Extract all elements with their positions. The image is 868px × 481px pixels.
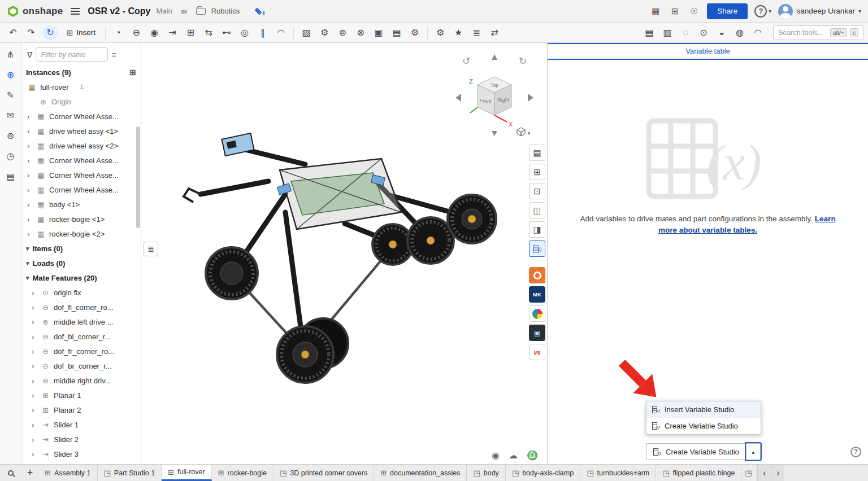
section-panel-icon[interactable]: ◫ <box>529 202 545 218</box>
mate-row[interactable]: › ⇥ Slider 2 <box>21 432 141 447</box>
instance-row[interactable]: › ▦ drive wheel assy <2> <box>21 138 141 153</box>
scrollbar-thumb[interactable] <box>136 126 140 228</box>
app-icon-mk[interactable]: MK <box>529 286 545 303</box>
menu-item-insert-variable-studio[interactable]: x) Insert Variable Studio <box>646 401 761 418</box>
instance-row[interactable]: › ▦ Corner Wheel Asse... <box>21 109 141 124</box>
filter-icon[interactable]: ∇ <box>27 50 32 59</box>
tab-flipped-plastic-hinge[interactable]: ◳ flipped plastic hinge <box>656 465 741 481</box>
integrations-icon[interactable]: ⊚ <box>3 128 19 143</box>
learning-center-icon[interactable] <box>254 7 264 15</box>
undo-icon[interactable]: ↶ <box>5 25 21 41</box>
bom-table-icon[interactable]: ▤ <box>641 25 658 41</box>
lightbulb-icon[interactable]: ☉ <box>688 5 700 18</box>
app-icon-dark[interactable]: ▣ <box>529 325 545 341</box>
view-cube-menu[interactable]: ▾ <box>517 128 531 136</box>
create-variable-studio-button[interactable]: x) Create Variable Studio <box>646 443 746 460</box>
insert-instance-icon[interactable]: ⊞ <box>129 68 136 77</box>
insert-button[interactable]: ⊞ Insert <box>61 25 101 41</box>
hamburger-menu-icon[interactable] <box>71 8 80 15</box>
planar-mate-icon[interactable]: ⊞ <box>182 25 199 41</box>
expand-chevron-icon[interactable]: › <box>32 406 37 414</box>
loads-section-header[interactable]: ▾ Loads (0) <box>21 256 141 270</box>
cloud-status-icon[interactable]: ☁ <box>509 450 518 461</box>
stamp-icon[interactable]: ◉ <box>492 450 500 461</box>
update-rotate-icon[interactable]: ↻ <box>43 25 58 40</box>
mate-row[interactable]: › ⊜ middle right driv... <box>21 373 141 388</box>
revolute-mate-icon[interactable]: ◉ <box>146 25 163 41</box>
tab-full-rover[interactable]: ⊞ full-rover <box>162 465 212 481</box>
comments-icon[interactable]: ✉ <box>3 107 19 123</box>
tree-root-row[interactable]: ▦ full-rover ⊥ <box>21 80 141 94</box>
instance-row[interactable]: › ▦ drive wheel assy <1> <box>21 124 141 138</box>
expand-chevron-icon[interactable]: › <box>27 186 33 194</box>
expand-chevron-icon[interactable]: › <box>32 421 37 429</box>
mate-connector-icon[interactable]: ◔ <box>110 25 127 41</box>
expand-chevron-icon[interactable]: › <box>32 435 37 444</box>
mates-section-header[interactable]: ▾ Mate Features (20) <box>21 270 141 285</box>
redo-icon[interactable]: ↷ <box>23 25 40 41</box>
expand-chevron-icon[interactable]: › <box>32 303 37 312</box>
instance-row[interactable]: › ▦ Corner Wheel Asse... <box>21 153 141 168</box>
document-title[interactable]: OSR v2 - Copy <box>88 6 150 16</box>
expand-chevron-icon[interactable]: › <box>27 171 33 180</box>
mass-properties-icon[interactable]: ♎ <box>527 450 538 461</box>
versions-icon[interactable]: ⋔ <box>3 46 19 62</box>
ball-mate-icon[interactable]: ◎ <box>236 25 253 41</box>
tab-body-axis-clamp[interactable]: ◳ body-axis-clamp <box>506 465 580 481</box>
expand-chevron-icon[interactable]: › <box>27 215 33 224</box>
expand-chevron-icon[interactable]: › <box>32 362 37 370</box>
filter-input[interactable] <box>36 47 108 62</box>
variable-table-panel-icon[interactable]: x) <box>529 240 545 257</box>
instances-section-header[interactable]: Instances (9) ⊞ <box>21 65 141 80</box>
named-positions-icon[interactable]: ≣ <box>468 25 485 41</box>
tangent-mate-icon[interactable]: ◠ <box>272 25 289 41</box>
slider-mate-icon[interactable]: ⇥ <box>164 25 181 41</box>
scroll-tabs-left-button[interactable]: ‹ <box>757 465 771 481</box>
tab-partial[interactable]: ◳ <box>741 465 757 481</box>
clearance-icon[interactable]: ◒ <box>713 25 730 41</box>
measure-icon[interactable]: ◌ <box>677 25 694 41</box>
app-icon-vs[interactable]: vs <box>529 344 545 360</box>
appearance-tool-icon[interactable]: ◍ <box>731 25 748 41</box>
render-panel-icon[interactable]: ◨ <box>529 221 545 238</box>
edit-icon[interactable]: ✎ <box>3 87 19 103</box>
mate-relation-icon[interactable]: ⚙ <box>316 25 333 41</box>
tab-rocker-bogie[interactable]: ⊞ rocker-bogie <box>212 465 274 481</box>
tab-turnbuckles-arm[interactable]: ◳ turnbuckles+arm <box>580 465 656 481</box>
mate-row[interactable]: › ⊖ dof_br_corner_r... <box>21 358 141 373</box>
menu-item-create-variable-studio[interactable]: x) Create Variable Studio <box>646 418 761 434</box>
rotate-right-arrow[interactable] <box>528 94 533 102</box>
mate-row[interactable]: › ⊞ Planar 2 <box>21 403 141 417</box>
interference-icon[interactable]: ⊙ <box>695 25 712 41</box>
instance-row[interactable]: › ▦ rocker-bogie <2> <box>21 226 141 241</box>
windows-icon[interactable]: ⊞ <box>669 5 681 18</box>
exploded-view-icon[interactable]: ★ <box>450 25 467 41</box>
instance-row[interactable]: › ▦ body <1> <box>21 197 141 212</box>
expand-chevron-icon[interactable]: › <box>32 347 37 356</box>
split-button-caret[interactable]: ▴ <box>746 443 761 460</box>
scroll-tabs-right-button[interactable]: › <box>771 465 784 481</box>
rotate-left-arrow[interactable] <box>455 94 461 102</box>
bom-structure-icon[interactable]: ▥ <box>659 25 676 41</box>
branch-label[interactable]: Main <box>156 7 172 15</box>
parallel-mate-icon[interactable]: ∥ <box>254 25 271 41</box>
add-tab-button[interactable]: + <box>21 465 38 481</box>
expand-chevron-icon[interactable]: › <box>32 450 37 458</box>
animate-icon[interactable]: ⇄ <box>486 25 503 41</box>
rotate-ccw-icon[interactable]: ↺ <box>462 56 470 67</box>
section-analysis-icon[interactable]: ◠ <box>749 25 766 41</box>
mate-row[interactable]: › ⊖ dof_fr_corner_ro... <box>21 344 141 358</box>
mate-row[interactable]: › ⊖ dof_fl_corner_ro... <box>21 300 141 314</box>
fastened-mate-icon[interactable]: ⊖ <box>128 25 145 41</box>
notes-icon[interactable]: ▤ <box>3 168 19 184</box>
rotate-cw-icon[interactable]: ↻ <box>519 56 527 67</box>
instance-row[interactable]: › ▦ Corner Wheel Asse... <box>21 168 141 182</box>
expand-chevron-icon[interactable]: › <box>27 142 33 150</box>
publications-icon[interactable]: ⊕ <box>3 67 19 82</box>
help-caret-icon[interactable]: ▾ <box>769 8 771 14</box>
origin-row[interactable]: ⊕ Origin <box>21 94 141 109</box>
expand-chevron-icon[interactable]: › <box>27 127 33 135</box>
expand-chevron-icon[interactable]: › <box>32 288 37 297</box>
mate-row[interactable]: › ⊞ Planar 1 <box>21 388 141 403</box>
panel-help-icon[interactable]: ? <box>850 447 861 457</box>
